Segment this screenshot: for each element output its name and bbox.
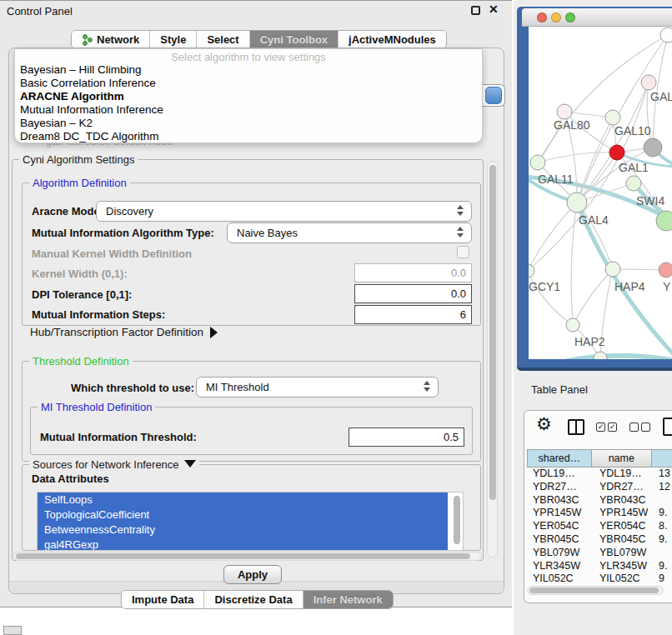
column-header-name[interactable]: name: [592, 449, 652, 468]
tab-infer-network[interactable]: Infer Network: [303, 591, 393, 608]
table-cell: [655, 547, 659, 560]
table-row[interactable]: YBR043CYBR043C: [527, 494, 672, 508]
table-header-row: shared…name: [527, 449, 672, 468]
tab-impute-data[interactable]: Impute Data: [122, 591, 204, 608]
algorithm-option-bayesian-hill-climbing[interactable]: Bayesian – Hill Climbing: [15, 63, 482, 77]
aracne-mode-combo[interactable]: Discovery: [96, 201, 472, 222]
algorithm-option-mutual-information-inference[interactable]: Mutual Information Inference: [15, 103, 482, 117]
network-node-gal10[interactable]: [605, 110, 620, 125]
horizontal-scroll-thumb[interactable]: [16, 553, 470, 559]
table-cell: YIL052C: [594, 572, 655, 584]
network-node-gal11[interactable]: [530, 155, 545, 170]
network-edge-thick[interactable]: [544, 356, 672, 359]
network-node[interactable]: [656, 211, 672, 231]
table-row[interactable]: YDR27…YDR27…12: [527, 481, 672, 494]
mi-threshold-field[interactable]: [349, 428, 464, 447]
table-row[interactable]: YDL19…YDL19…13: [527, 468, 672, 481]
control-panel-window: Control Panel ✕ NetworkStyleSelectCyni T…: [0, 0, 512, 608]
aracne-mode-value: Discovery: [106, 205, 153, 218]
columns-icon[interactable]: [568, 419, 584, 435]
node-label-gal80: GAL80: [554, 118, 590, 132]
table-row[interactable]: YPR145WYPR145W9.: [527, 507, 672, 520]
settings-vertical-scrollbar[interactable]: [487, 161, 498, 558]
network-edge[interactable]: [538, 152, 617, 162]
tab-infer-network-label: Infer Network: [313, 593, 383, 606]
table-row[interactable]: YER054CYER054C8.: [527, 520, 672, 533]
algorithm-option-bayesian-k2[interactable]: Bayesian – K2: [15, 117, 482, 130]
column-header-shared[interactable]: shared…: [527, 449, 592, 468]
attribute-gal4rgexp[interactable]: gal4RGexp: [38, 538, 448, 551]
network-node[interactable]: [644, 138, 662, 157]
sources-title-text: Sources for Network Inference: [33, 458, 179, 471]
table-row[interactable]: YLR345WYLR345W9.: [527, 560, 672, 573]
table-cell: YBR045C: [527, 533, 594, 547]
table-scroll-thumb[interactable]: [529, 588, 659, 593]
data-attributes-label: Data Attributes: [32, 472, 109, 485]
data-attributes-list[interactable]: SelfLoopsTopologicalCoefficientBetweenne…: [37, 492, 464, 551]
attribute-topologicalcoefficient[interactable]: TopologicalCoefficient: [38, 508, 448, 522]
network-node[interactable]: [641, 75, 656, 90]
table-row[interactable]: YBL079WYBL079W: [527, 547, 672, 560]
algorithm-option-dream8-dc-tdc-algorithm[interactable]: Dream8 DC_TDC Algorithm: [15, 130, 482, 143]
network-node-swi4[interactable]: [626, 176, 641, 191]
kernel-width-field[interactable]: [354, 263, 472, 282]
table-row[interactable]: YBR045CYBR045C9.: [527, 533, 672, 547]
which-threshold-combo[interactable]: MI Threshold: [196, 377, 439, 398]
select-all-checkboxes-icon[interactable]: ✓✓: [596, 422, 617, 432]
attribute-selfloops[interactable]: SelfLoops: [38, 492, 448, 508]
network-node[interactable]: [594, 352, 607, 359]
float-window-icon[interactable]: [471, 6, 480, 15]
network-edge[interactable]: [529, 202, 577, 271]
deselect-all-checkboxes-icon[interactable]: [629, 422, 650, 432]
tab-style[interactable]: Style: [150, 31, 197, 48]
manual-kernel-checkbox[interactable]: [457, 246, 469, 258]
mi-type-combo[interactable]: Naive Bayes: [227, 222, 472, 243]
algorithm-option-aracne-algorithm[interactable]: ARACNE Algorithm: [15, 90, 482, 103]
tab-cyni-toolbox[interactable]: Cyni Toolbox: [250, 31, 339, 48]
network-window-titlebar[interactable]: [522, 8, 672, 27]
close-traffic-light[interactable]: [537, 12, 547, 22]
zoom-traffic-light[interactable]: [565, 12, 575, 22]
network-node-gal80[interactable]: [557, 104, 572, 119]
mi-steps-field[interactable]: [354, 305, 472, 324]
tab-network[interactable]: Network: [72, 31, 150, 48]
new-table-icon[interactable]: [663, 418, 672, 436]
close-icon[interactable]: ✕: [489, 2, 499, 16]
attribute-betweennesscentrality[interactable]: BetweennessCentrality: [38, 522, 448, 538]
algorithm-option-basic-correlation-inference[interactable]: Basic Correlation Inference: [15, 77, 482, 90]
aracne-mode-label: Aracne Mode:: [32, 205, 103, 218]
table-row[interactable]: YIL052CYIL052C9: [527, 572, 672, 584]
network-canvas[interactable]: GAL80GAL10GAL1GAL11SWI4GAL4GCY1HAP4YHAP2…: [529, 27, 672, 359]
network-node-hap2[interactable]: [566, 318, 579, 332]
column-header-2[interactable]: [652, 449, 672, 468]
tab-jactivemnodules[interactable]: jActiveMNodules: [339, 31, 446, 48]
sources-title[interactable]: Sources for Network Inference: [29, 458, 199, 471]
dpi-tolerance-field[interactable]: [354, 284, 472, 303]
attributes-scroll-thumb[interactable]: [454, 496, 460, 544]
apply-button[interactable]: Apply: [223, 565, 282, 584]
settings-horizontal-scrollbar[interactable]: [13, 552, 482, 561]
gear-icon[interactable]: ⚙: [536, 414, 552, 434]
network-edge[interactable]: [529, 271, 573, 325]
tab-discretize-data[interactable]: Discretize Data: [204, 591, 303, 608]
expand-right-icon: [210, 327, 218, 338]
table-cell: 9.: [655, 533, 667, 547]
network-node-gal1[interactable]: [609, 145, 624, 160]
network-node-hap4[interactable]: [605, 262, 620, 277]
hub-definition-toggle[interactable]: Hub/Transcription Factor Definition: [30, 326, 218, 338]
table-cell: YDL19…: [594, 468, 655, 481]
algorithm-combo-fragment[interactable]: [480, 84, 505, 107]
dpi-tolerance-label: DPI Tolerance [0,1]:: [32, 288, 132, 301]
network-node-gal4[interactable]: [567, 192, 587, 212]
tab-select[interactable]: Select: [197, 31, 249, 48]
network-node-y[interactable]: [659, 262, 672, 278]
table-cell: 8.: [655, 520, 667, 533]
minimize-traffic-light[interactable]: [551, 12, 561, 22]
minimized-panel-button[interactable]: [3, 626, 22, 635]
table-horizontal-scrollbar[interactable]: [527, 586, 664, 595]
network-edge[interactable]: [613, 269, 666, 270]
combo-focus-spinner: [485, 87, 502, 104]
network-node[interactable]: [660, 28, 672, 42]
settings-scroll-thumb[interactable]: [489, 165, 496, 500]
tab-jactivemnodules-label: jActiveMNodules: [349, 33, 436, 46]
